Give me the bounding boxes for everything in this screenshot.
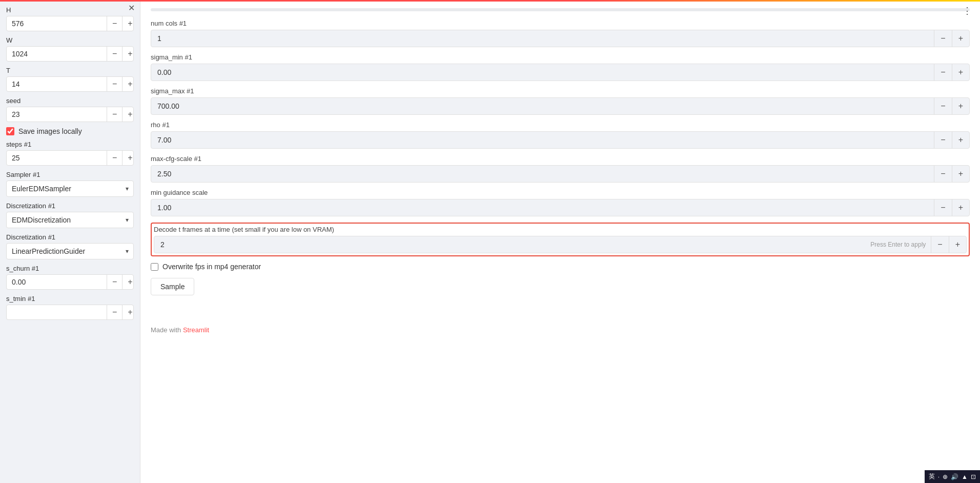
- rho-decrement[interactable]: −: [934, 132, 951, 148]
- min-guidance-label: min guidance scale: [151, 189, 970, 196]
- steps-increment[interactable]: +: [122, 151, 134, 165]
- sigma-min-input[interactable]: [151, 64, 934, 80]
- discretization2-wrapper: LinearPredictionGuider VanillaCFGGuider …: [6, 243, 134, 259]
- sigma-max-label: sigma_max #1: [151, 87, 970, 95]
- s-tmin-increment[interactable]: +: [122, 305, 134, 319]
- steps-field: steps #1 − +: [6, 140, 134, 166]
- s-churn-decrement[interactable]: −: [107, 275, 122, 289]
- sampler-wrapper: EulerEDMSampler HeunEDMSampler DPMPP2MSa…: [6, 180, 134, 197]
- sigma-min-input-row: − +: [151, 64, 970, 81]
- w-field: W − +: [6, 36, 134, 62]
- sigma-max-decrement[interactable]: −: [934, 98, 951, 114]
- decode-frames-decrement[interactable]: −: [931, 236, 948, 253]
- num-cols-label: num cols #1: [151, 19, 970, 27]
- min-guidance-input[interactable]: [151, 199, 934, 216]
- sigma-min-increment[interactable]: +: [952, 64, 969, 80]
- footer-prefix: Made with: [151, 326, 181, 334]
- t-decrement[interactable]: −: [107, 77, 122, 91]
- num-cols-input-row: − +: [151, 30, 970, 47]
- s-churn-input[interactable]: [7, 275, 107, 289]
- sigma-max-group: sigma_max #1 − +: [151, 87, 970, 115]
- max-cfg-scale-label: max-cfg-scale #1: [151, 155, 970, 163]
- min-guidance-decrement[interactable]: −: [934, 199, 951, 216]
- discretization2-field: Discretization #1 LinearPredictionGuider…: [6, 233, 134, 259]
- s-tmin-input[interactable]: [7, 305, 107, 319]
- t-increment[interactable]: +: [122, 77, 134, 91]
- discretization1-wrapper: EDMDiscretization LegacyDDPMDiscretizati…: [6, 212, 134, 228]
- h-increment[interactable]: +: [122, 16, 134, 31]
- taskbar: 英 · ⊕ 🔊 ▲ ⊡: [925, 470, 980, 483]
- h-decrement[interactable]: −: [107, 16, 122, 31]
- max-cfg-scale-decrement[interactable]: −: [934, 166, 951, 182]
- s-churn-input-row: − +: [6, 274, 134, 290]
- taskbar-arrow-icon: ▲: [962, 473, 968, 480]
- max-cfg-scale-increment[interactable]: +: [952, 166, 969, 182]
- num-cols-input[interactable]: [151, 30, 934, 47]
- num-cols-increment[interactable]: +: [952, 30, 969, 47]
- footer-streamlit-link[interactable]: Streamlit: [183, 326, 209, 334]
- h-label: H: [6, 6, 134, 14]
- taskbar-input-icon: ⊕: [943, 473, 948, 480]
- discretization1-select[interactable]: EDMDiscretization LegacyDDPMDiscretizati…: [6, 212, 134, 228]
- taskbar-display-icon: ⊡: [971, 473, 976, 480]
- t-field: T − +: [6, 67, 134, 92]
- num-cols-group: num cols #1 − +: [151, 19, 970, 47]
- seed-input[interactable]: [7, 107, 107, 122]
- s-tmin-label: s_tmin #1: [6, 295, 134, 303]
- w-input[interactable]: [7, 47, 107, 61]
- seed-increment[interactable]: +: [122, 107, 134, 122]
- sigma-min-label: sigma_min #1: [151, 53, 970, 61]
- t-input[interactable]: [7, 77, 107, 91]
- taskbar-dot: ·: [938, 473, 940, 480]
- overwrite-fps-checkbox[interactable]: [151, 263, 158, 271]
- sigma-min-decrement[interactable]: −: [934, 64, 951, 80]
- min-guidance-increment[interactable]: +: [952, 199, 969, 216]
- discretization2-label: Discretization #1: [6, 233, 134, 241]
- discretization1-label: Discretization #1: [6, 202, 134, 210]
- sidebar: ✕ H − + W − + T − + seed − +: [0, 0, 140, 483]
- steps-label: steps #1: [6, 140, 134, 148]
- decode-frames-increment[interactable]: +: [949, 236, 966, 253]
- s-churn-increment[interactable]: +: [122, 275, 134, 289]
- sampler-field: Sampler #1 EulerEDMSampler HeunEDMSample…: [6, 171, 134, 197]
- discretization1-field: Discretization #1 EDMDiscretization Lega…: [6, 202, 134, 228]
- decode-frames-group: Decode t frames at a time (set small if …: [151, 223, 970, 256]
- overwrite-fps-label: Overwrite fps in mp4 generator: [162, 263, 261, 271]
- w-label: W: [6, 36, 134, 44]
- sigma-max-increment[interactable]: +: [952, 98, 969, 114]
- w-increment[interactable]: +: [122, 47, 134, 61]
- top-right-menu-icon[interactable]: ⋮: [963, 5, 972, 16]
- sample-button[interactable]: Sample: [151, 278, 194, 295]
- steps-input[interactable]: [7, 151, 107, 165]
- rho-input[interactable]: [151, 132, 934, 148]
- rho-increment[interactable]: +: [952, 132, 969, 148]
- save-images-checkbox[interactable]: [6, 127, 14, 135]
- h-input[interactable]: [7, 16, 107, 31]
- seed-field: seed − +: [6, 97, 134, 122]
- decode-frames-label: Decode t frames at a time (set small if …: [154, 226, 967, 233]
- min-guidance-group: min guidance scale − +: [151, 189, 970, 216]
- sampler-label: Sampler #1: [6, 171, 134, 178]
- decode-frames-input[interactable]: [154, 236, 256, 253]
- s-tmin-input-row: − +: [6, 305, 134, 320]
- sampler-select[interactable]: EulerEDMSampler HeunEDMSampler DPMPP2MSa…: [6, 180, 134, 197]
- w-decrement[interactable]: −: [107, 47, 122, 61]
- s-tmin-decrement[interactable]: −: [107, 305, 122, 319]
- discretization2-select[interactable]: LinearPredictionGuider VanillaCFGGuider …: [6, 243, 134, 259]
- rho-label: rho #1: [151, 121, 970, 129]
- steps-decrement[interactable]: −: [107, 151, 122, 165]
- max-cfg-scale-input-row: − +: [151, 165, 970, 183]
- seed-decrement[interactable]: −: [107, 107, 122, 122]
- scroll-indicator: [151, 8, 970, 11]
- rho-group: rho #1 − +: [151, 121, 970, 149]
- sigma-max-input[interactable]: [151, 98, 934, 114]
- seed-label: seed: [6, 97, 134, 105]
- t-label: T: [6, 67, 134, 74]
- h-input-row: − +: [6, 16, 134, 31]
- taskbar-sound-icon: 🔊: [951, 473, 958, 480]
- rho-input-row: − +: [151, 131, 970, 149]
- close-button[interactable]: ✕: [128, 4, 135, 12]
- max-cfg-scale-input[interactable]: [151, 166, 934, 182]
- num-cols-decrement[interactable]: −: [934, 30, 951, 47]
- max-cfg-scale-group: max-cfg-scale #1 − +: [151, 155, 970, 183]
